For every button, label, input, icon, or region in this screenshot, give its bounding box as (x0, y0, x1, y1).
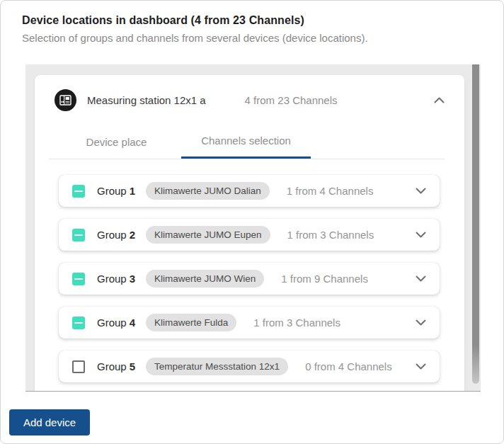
group-list: Group1 Klimawerte JUMO Dalian 1 from 4 C… (35, 159, 464, 382)
measuring-device-icon (55, 89, 76, 111)
group-1-checkbox[interactable] (72, 185, 85, 198)
group-row-1[interactable]: Group1 Klimawerte JUMO Dalian 1 from 4 C… (59, 175, 440, 207)
chevron-up-icon[interactable] (434, 97, 445, 103)
group-label: Group3 (97, 273, 135, 285)
chevron-down-icon[interactable] (416, 232, 426, 238)
tab-channels-selection[interactable]: Channels selection (181, 125, 311, 159)
group-channel-count: 1 from 4 Channels (287, 185, 374, 197)
group-label: Group4 (97, 317, 135, 329)
device-list-panel: Measuring station 12x1 a 4 from 23 Chann… (25, 64, 481, 392)
device-card-header[interactable]: Measuring station 12x1 a 4 from 23 Chann… (35, 75, 464, 125)
scrollbar-thumb[interactable] (472, 64, 479, 384)
tab-device-place[interactable]: Device place (52, 125, 181, 159)
group-label: Group1 (97, 185, 135, 197)
group-row-3[interactable]: Group3 Klimawerte JUMO Wien 1 from 9 Cha… (59, 263, 440, 295)
device-name: Measuring station 12x1 a (87, 94, 206, 106)
group-row-5[interactable]: Group5 Temperatur Messstation 12x1 0 fro… (59, 351, 440, 382)
page-subtitle: Selection of groups and channels from se… (22, 32, 489, 44)
group-badge: Temperatur Messstation 12x1 (146, 358, 288, 375)
device-card: Measuring station 12x1 a 4 from 23 Chann… (35, 75, 464, 392)
group-badge: Klimawerte Fulda (146, 314, 236, 331)
tab-bar: Device place Channels selection (49, 125, 445, 159)
group-channel-count: 1 from 3 Channels (287, 229, 374, 241)
group-row-2[interactable]: Group2 Klimawerte JUMO Eupen 1 from 3 Ch… (59, 219, 440, 251)
chevron-down-icon[interactable] (416, 363, 426, 370)
group-3-checkbox[interactable] (72, 273, 85, 285)
device-channel-count: 4 from 23 Channels (245, 94, 338, 106)
chevron-down-icon[interactable] (416, 188, 426, 194)
group-label: Group2 (97, 229, 135, 241)
group-channel-count: 0 from 4 Channels (305, 360, 392, 372)
group-row-4[interactable]: Group4 Klimawerte Fulda 1 from 3 Channel… (59, 307, 440, 338)
add-device-button[interactable]: Add device (9, 409, 90, 436)
group-5-checkbox[interactable] (72, 360, 85, 373)
group-badge: Klimawerte JUMO Eupen (146, 226, 270, 244)
group-badge: Klimawerte JUMO Dalian (146, 182, 270, 200)
device-locations-widget: Device locations in dashboard (4 from 23… (0, 0, 504, 444)
chevron-down-icon[interactable] (416, 319, 426, 326)
group-4-checkbox[interactable] (72, 317, 85, 329)
widget-header: Device locations in dashboard (4 from 23… (22, 14, 489, 44)
group-channel-count: 1 from 3 Channels (253, 317, 340, 329)
group-label: Group5 (97, 360, 135, 372)
group-2-checkbox[interactable] (72, 229, 85, 241)
page-title: Device locations in dashboard (4 from 23… (22, 14, 489, 27)
group-badge: Klimawerte JUMO Wien (146, 270, 264, 288)
group-channel-count: 1 from 9 Channels (281, 273, 368, 285)
chevron-down-icon[interactable] (416, 275, 426, 282)
